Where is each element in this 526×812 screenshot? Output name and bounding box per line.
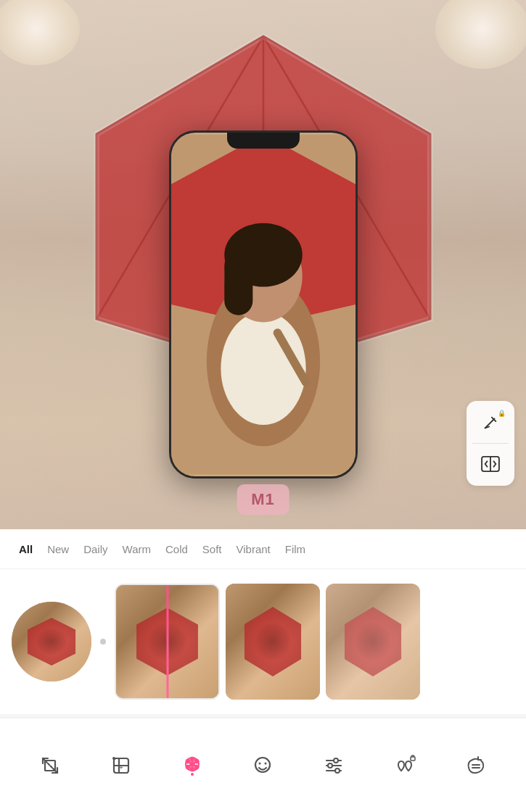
tool-divider — [472, 443, 509, 444]
filter-adjust-line[interactable] — [166, 585, 168, 698]
filter-tab-soft[interactable]: Soft — [195, 539, 229, 560]
svg-rect-45 — [411, 757, 415, 761]
phone-screen — [171, 133, 356, 476]
svg-rect-13 — [224, 252, 252, 315]
svg-point-37 — [259, 762, 261, 764]
filter-tool-button[interactable] — [170, 744, 214, 787]
svg-point-32 — [186, 765, 190, 769]
lock-icon-edit: 🔒 — [498, 410, 506, 417]
svg-point-44 — [335, 768, 340, 773]
filter-tab-warm[interactable]: Warm — [115, 539, 158, 560]
m1-badge: M1 — [237, 484, 289, 515]
svg-point-29 — [194, 759, 199, 763]
filter-tabs-section: All New Daily Warm Cold Soft Vibrant Fil… — [0, 529, 526, 569]
thumbnail-circle-1[interactable] — [12, 602, 91, 682]
svg-point-25 — [112, 757, 115, 760]
svg-point-35 — [191, 773, 194, 776]
svg-point-28 — [190, 757, 194, 761]
filter-tab-all[interactable]: All — [12, 539, 40, 560]
svg-text:+: + — [119, 763, 123, 771]
bottom-toolbar: + — [0, 718, 526, 812]
filter-tab-film[interactable]: Film — [278, 539, 313, 560]
enhance-tool-button[interactable]: + — [99, 744, 143, 787]
crop-tool-button[interactable] — [28, 744, 72, 787]
svg-point-42 — [334, 758, 338, 763]
svg-point-34 — [189, 761, 195, 767]
retouch-tool-button[interactable] — [383, 744, 427, 787]
svg-point-31 — [190, 767, 194, 771]
thumbnails-section — [0, 569, 526, 714]
filter-tab-daily[interactable]: Daily — [76, 539, 115, 560]
phone-notch — [227, 133, 300, 149]
photo-area: M1 🔒 — [0, 0, 526, 529]
thumbnail-selected[interactable] — [115, 584, 220, 700]
svg-point-38 — [265, 762, 267, 764]
filter-tab-cold[interactable]: Cold — [158, 539, 195, 560]
edit-tool-button[interactable]: 🔒 — [472, 407, 509, 439]
dot-indicator — [100, 639, 106, 645]
right-tools-panel: 🔒 — [467, 401, 514, 486]
face-tool-button[interactable] — [241, 744, 284, 787]
filter-tab-vibrant[interactable]: Vibrant — [229, 539, 278, 560]
adjust-tool-button[interactable] — [312, 744, 356, 787]
svg-point-30 — [194, 765, 199, 769]
svg-line-15 — [485, 419, 495, 428]
more-tool-button[interactable] — [454, 744, 498, 787]
thumbnail-3[interactable] — [326, 584, 420, 700]
filter-tab-new[interactable]: New — [40, 539, 76, 560]
svg-point-33 — [186, 759, 190, 763]
svg-point-43 — [328, 763, 332, 768]
compare-tool-button[interactable] — [472, 448, 509, 480]
thumbnail-2[interactable] — [226, 584, 320, 700]
phone-frame — [169, 130, 358, 478]
